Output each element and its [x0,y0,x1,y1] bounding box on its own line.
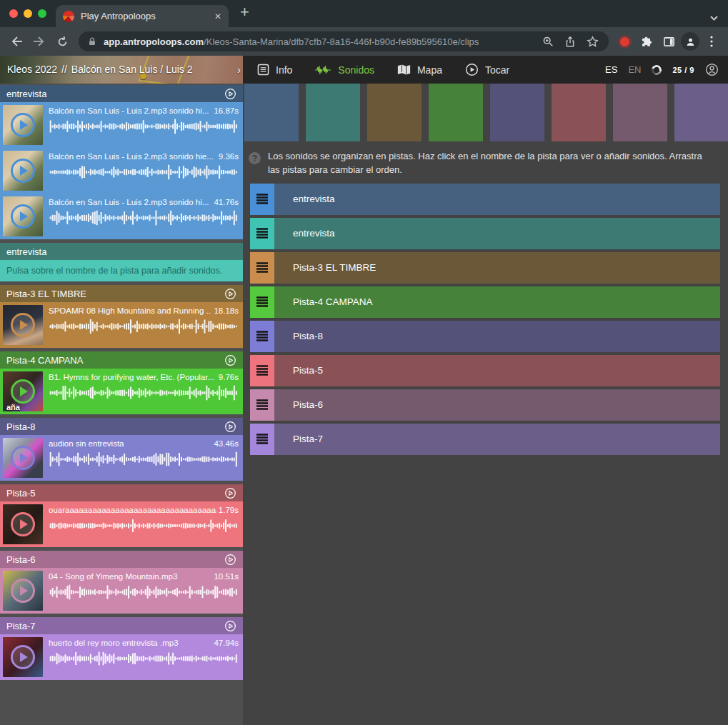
browser-tab[interactable]: Play Antropoloops ✕ [56,5,229,27]
track-row: Pista-4 CAMPANA [250,286,720,318]
track-row-name[interactable]: Pista-4 CAMPANA [274,286,720,318]
play-track-icon[interactable] [224,554,236,566]
track-square[interactable] [429,84,483,141]
tab-search-chevron-icon[interactable] [710,11,718,24]
track-header[interactable]: Pista-3 EL TIMBRE [0,285,243,302]
track-square[interactable] [674,84,728,141]
clip-play-icon[interactable] [11,512,35,536]
extensions-puzzle-icon[interactable] [635,31,657,52]
drag-handle[interactable] [250,389,274,421]
nav-tab-info[interactable]: Info [257,64,292,76]
help-icon: ? [249,152,261,164]
clip-duration: 43.46s [214,439,239,448]
window-zoom-button[interactable] [38,9,46,18]
audio-clip[interactable]: huerto del rey moro entrevista .mp347.94… [0,634,243,680]
nav-tab-sonidos[interactable]: Sonidos [315,64,374,76]
clip-thumbnail [3,105,43,145]
play-track-icon[interactable] [224,88,236,100]
audio-clip[interactable]: SPOAMR 08 High Mountains and Running ...… [0,302,243,348]
clip-play-icon[interactable] [11,113,35,137]
banner-chevron-icon[interactable]: › [237,56,241,84]
project-banner[interactable]: Kleos 2022//Balcón en San Luis / Luis 2 … [0,56,243,84]
clip-play-icon[interactable] [11,159,35,183]
play-track-icon[interactable] [224,421,236,433]
audio-clip[interactable]: ouaraaaaaaaaaaaaaaaaaaaaaaaaaaaaaaaaaaaa… [0,501,243,547]
breadcrumb-piece: Balcón en San Luis / Luis 2 [71,64,193,75]
new-tab-button[interactable]: + [240,3,249,21]
track-header[interactable]: Pista-7 [0,617,243,634]
browser-menu-icon[interactable] [701,31,722,52]
tab-close-icon[interactable]: ✕ [214,12,221,21]
clip-waveform [49,384,239,401]
nav-tab-mapa[interactable]: Mapa [397,64,442,76]
clip-play-icon[interactable] [11,446,35,470]
clip-play-icon[interactable] [11,204,35,229]
audio-clip[interactable]: audion sin entrevista43.46s [0,435,243,481]
track-row-name[interactable]: Pista-6 [274,389,720,421]
clip-play-icon[interactable] [11,379,35,404]
drag-handle[interactable] [250,424,274,455]
track-row-name[interactable]: Pista-5 [274,355,720,386]
back-button[interactable] [6,31,27,52]
map-icon [397,64,411,76]
language-en-button[interactable]: EN [628,64,641,75]
track-header[interactable]: entrevista [0,85,243,102]
address-bar[interactable]: app.antropoloops.com/Kleos-Santa-Marina/… [79,31,609,51]
zoom-icon[interactable] [542,36,554,47]
play-track-icon[interactable] [224,354,236,366]
drag-handle[interactable] [250,321,274,352]
track-square[interactable] [490,84,544,141]
clip-play-icon[interactable] [11,645,35,669]
drag-handle[interactable] [250,286,274,318]
play-track-icon[interactable] [224,620,236,632]
track-square[interactable] [552,84,606,141]
language-es-button[interactable]: ES [605,64,617,75]
share-icon[interactable] [564,36,576,48]
clip-waveform [49,209,239,226]
clip-waveform [49,584,239,601]
window-minimize-button[interactable] [24,9,32,18]
play-track-icon[interactable] [224,487,236,499]
track-header[interactable]: Pista-5 [0,484,243,501]
audio-clip[interactable]: 04 - Song of Yimeng Mountain.mp310.51s [0,568,243,614]
play-track-icon[interactable] [224,288,236,300]
clip-play-icon[interactable] [11,313,35,337]
recording-extension-icon[interactable] [620,37,629,46]
audio-clip[interactable]: Balcón en San Luis - Luis 2.mp3 sonido h… [0,102,243,148]
nav-tab-tocar[interactable]: Tocar [465,63,509,76]
clip-thumbnail [3,196,43,236]
track-row-name[interactable]: entrevista [274,184,720,215]
track-row-name[interactable]: Pista-7 [274,424,720,455]
drag-handle[interactable] [250,218,274,249]
track-header[interactable]: Pista-4 CAMPANA [0,351,243,369]
browser-profile-avatar[interactable] [681,32,699,51]
track-row: Pista-7 [250,424,720,455]
track-square[interactable] [306,84,360,141]
track-square[interactable] [244,84,299,141]
audio-clip[interactable]: Balcón en San Luis - Luis 2.mp3 sonido h… [0,194,243,239]
track-square[interactable] [613,84,667,141]
track-header[interactable]: entrevista [0,243,243,260]
clip-duration: 9.76s [219,373,239,381]
clip-thumbnail [3,151,43,191]
nav-label: Info [276,64,292,76]
sidebar-section-pista-7: Pista-7 huerto del rey moro entrevista .… [0,617,243,680]
reload-button[interactable] [51,31,73,52]
track-row-name[interactable]: Pista-8 [274,321,720,352]
audio-clip[interactable]: aña B1. Hymns for purifying water, Etc. … [0,369,243,414]
account-icon[interactable] [705,63,719,76]
audio-clip[interactable]: Balcón en San Luis - Luis 2.mp3 sonido h… [0,148,243,194]
bookmark-star-icon[interactable] [587,36,599,48]
drag-handle[interactable] [250,252,274,284]
window-close-button[interactable] [9,9,18,18]
track-row-name[interactable]: entrevista [274,218,720,249]
track-square[interactable] [367,84,422,141]
drag-handle[interactable] [250,355,274,386]
clip-play-icon[interactable] [11,579,35,603]
forward-button[interactable] [29,31,50,52]
drag-handle[interactable] [250,184,274,215]
track-header[interactable]: Pista-6 [0,551,243,568]
track-row-name[interactable]: Pista-3 EL TIMBRE [274,252,720,284]
side-panel-icon[interactable] [658,31,679,52]
track-header[interactable]: Pista-8 [0,418,243,435]
